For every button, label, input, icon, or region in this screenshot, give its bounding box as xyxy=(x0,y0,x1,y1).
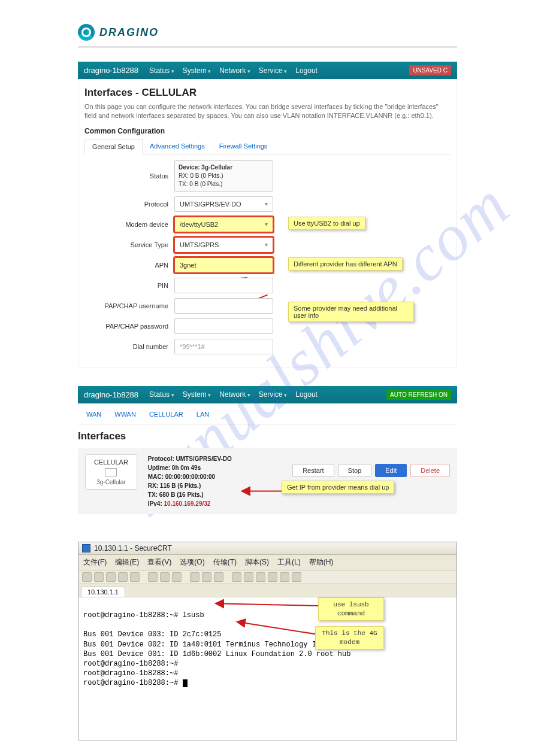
toolbar-icon[interactable] xyxy=(244,572,253,582)
nav-logout[interactable]: Logout xyxy=(295,66,318,75)
crt-menu-tools[interactable]: 工具(L) xyxy=(277,557,301,567)
logo-text: DRAGINO xyxy=(99,26,159,39)
user-input[interactable] xyxy=(174,298,273,314)
auto-refresh-badge[interactable]: AUTO REFRESH ON xyxy=(386,390,451,400)
cursor-icon xyxy=(183,679,188,687)
toolbar-icon[interactable] xyxy=(82,572,92,582)
interface-name: CELLULAR xyxy=(94,459,128,466)
delete-button[interactable]: Delete xyxy=(410,464,450,477)
toolbar-icon[interactable] xyxy=(172,572,182,582)
interface-sub: 3g-Cellular xyxy=(96,479,125,485)
pass-input[interactable] xyxy=(174,318,273,334)
section-title: Common Configuration xyxy=(84,127,451,135)
page-hint: On this page you can configure the netwo… xyxy=(84,102,451,121)
crt-menu-help[interactable]: 帮助(H) xyxy=(309,557,334,567)
tabs: General Setup Advanced Settings Firewall… xyxy=(84,139,451,154)
svg-line-4 xyxy=(237,621,322,634)
nav-menu: Status System Network Service Logout xyxy=(149,66,318,75)
subnav-cellular[interactable]: CELLULAR xyxy=(149,411,183,418)
toolbar-icon[interactable] xyxy=(202,572,211,582)
nav-service[interactable]: Service xyxy=(259,66,288,75)
toolbar-icon[interactable] xyxy=(94,572,104,582)
nav-system[interactable]: System xyxy=(183,66,211,75)
crt-app-icon xyxy=(82,544,90,552)
crt-menu-transfer[interactable]: 传输(T) xyxy=(213,557,237,567)
unsaved-badge: UNSAVED C xyxy=(409,65,451,75)
nav-network[interactable]: Network xyxy=(219,390,250,399)
edit-button[interactable]: Edit xyxy=(375,464,407,477)
nav-status[interactable]: Status xyxy=(149,66,174,75)
status-label: Status xyxy=(84,172,174,180)
restart-button[interactable]: Restart xyxy=(292,464,334,477)
toolbar-icon[interactable] xyxy=(280,572,289,582)
apn-input[interactable]: 3gnet xyxy=(174,257,273,273)
crt-toolbar xyxy=(78,570,457,584)
nav-status[interactable]: Status xyxy=(149,390,174,399)
logo-mark-icon xyxy=(78,24,95,41)
toolbar-icon[interactable] xyxy=(118,572,128,582)
dial-input[interactable]: *99***1# xyxy=(174,339,273,354)
subnav-wwan[interactable]: WWAN xyxy=(114,411,136,418)
interfaces-title: Interfaces xyxy=(78,430,457,442)
tab-advanced[interactable]: Advanced Settings xyxy=(143,139,212,154)
tab-firewall[interactable]: Firewall Settings xyxy=(212,139,275,154)
crt-menu-view[interactable]: 查看(V) xyxy=(147,557,171,567)
app-bar-1: dragino-1b8288 Status System Network Ser… xyxy=(78,62,457,79)
toolbar-icon[interactable] xyxy=(214,572,223,582)
hostname: dragino-1b8288 xyxy=(84,66,138,75)
modem-select[interactable]: /dev/ttyUSB2 xyxy=(174,217,273,232)
apn-label: APN xyxy=(84,262,174,269)
toolbar-icon[interactable] xyxy=(292,572,301,582)
crt-titlebar: 10.130.1.1 - SecureCRT xyxy=(78,542,457,555)
pin-label: PIN xyxy=(84,282,174,289)
dial-label: Dial number xyxy=(84,343,174,350)
protocol-label: Protocol xyxy=(84,201,174,208)
crt-title-text: 10.130.1.1 - SecureCRT xyxy=(94,544,172,552)
nav-logout[interactable]: Logout xyxy=(295,390,318,399)
brand-logo: DRAGINO xyxy=(78,24,457,41)
interface-card: CELLULAR 3g-Cellular xyxy=(85,454,137,490)
interface-row: CELLULAR 3g-Cellular Protocol: UMTS/GPRS… xyxy=(78,448,457,514)
callout-apn: Different provider has different APN xyxy=(288,257,403,271)
tab-general[interactable]: General Setup xyxy=(84,139,143,154)
toolbar-icon[interactable] xyxy=(268,572,277,582)
modem-label: Modem device xyxy=(84,221,174,228)
subnav-lan[interactable]: LAN xyxy=(197,411,209,418)
toolbar-icon[interactable] xyxy=(148,572,158,582)
crt-menu-options[interactable]: 选项(O) xyxy=(180,557,204,567)
subnav-wan[interactable]: WAN xyxy=(86,411,101,418)
status-box: Device: 3g-Cellular RX: 0 B (0 Pkts.) TX… xyxy=(174,160,273,192)
terminal[interactable]: root@dragino-1b8288:~# lsusb Bus 001 Dev… xyxy=(78,597,457,740)
config-screenshot-2: dragino-1b8288 Status System Network Ser… xyxy=(78,386,457,514)
subnav: WAN WWAN CELLULAR LAN xyxy=(78,403,457,424)
nav-system[interactable]: System xyxy=(183,390,211,399)
interface-icon xyxy=(105,468,117,476)
toolbar-icon[interactable] xyxy=(160,572,170,582)
config-screenshot-1: dragino-1b8288 Status System Network Ser… xyxy=(78,62,457,368)
svg-line-3 xyxy=(216,603,322,606)
toolbar-icon[interactable] xyxy=(130,572,140,582)
interface-stats: Protocol: UMTS/GPRS/EV-DO Uptime: 0h 0m … xyxy=(148,454,232,508)
page-title: Interfaces - CELLULAR xyxy=(84,87,451,99)
user-label: PAP/CHAP username xyxy=(84,302,174,309)
interface-buttons: Restart Stop Edit Delete xyxy=(292,464,450,477)
crt-menubar: 文件(F) 编辑(E) 查看(V) 选项(O) 传输(T) 脚本(S) 工具(L… xyxy=(78,555,457,570)
crt-tab[interactable]: 10.130.1.1 xyxy=(81,587,125,597)
app-bar-2: dragino-1b8288 Status System Network Ser… xyxy=(78,386,457,403)
crt-menu-edit[interactable]: 编辑(E) xyxy=(115,557,139,567)
toolbar-icon[interactable] xyxy=(256,572,265,582)
crt-menu-file[interactable]: 文件(F) xyxy=(83,557,107,567)
toolbar-icon[interactable] xyxy=(106,572,116,582)
toolbar-icon[interactable] xyxy=(232,572,241,582)
callout-modem: Use ttyUSB2 to dial up xyxy=(288,217,365,230)
crt-menu-script[interactable]: 脚本(S) xyxy=(245,557,269,567)
toolbar-icon[interactable] xyxy=(190,572,200,582)
stop-button[interactable]: Stop xyxy=(338,464,372,477)
protocol-select[interactable]: UMTS/GPRS/EV-DO xyxy=(174,196,273,212)
svc-select[interactable]: UMTS/GPRS xyxy=(174,237,273,253)
pin-input[interactable] xyxy=(174,278,273,293)
nav-service[interactable]: Service xyxy=(259,390,288,399)
securecrt-window: 10.130.1.1 - SecureCRT 文件(F) 编辑(E) 查看(V)… xyxy=(78,542,457,741)
nav-network[interactable]: Network xyxy=(219,66,250,75)
callout-modem: This is the 4G modem xyxy=(315,626,384,650)
